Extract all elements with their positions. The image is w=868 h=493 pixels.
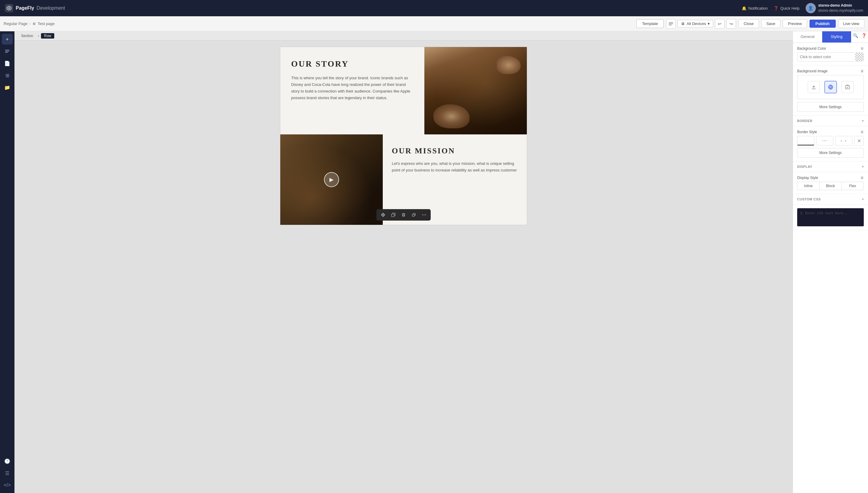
mission-video-column: ▶ [280,134,383,225]
float-copy-button[interactable] [389,211,397,219]
play-button[interactable]: ▶ [324,172,339,187]
breadcrumb-row-pill[interactable]: Row [41,33,54,39]
toolbar-right: Close Save Preview Publish Live view [738,19,864,28]
story-body: This is where you tell the story of your… [291,75,413,101]
bg-color-input-row[interactable] [797,52,864,62]
float-move-button[interactable] [379,211,387,219]
right-panel: General Styling 🔍 ❓ Background Color 🖥 B… [793,31,868,493]
tab-general[interactable]: General [793,31,822,42]
display-block-button[interactable]: Block [820,182,842,190]
border-section-title: BORDER [797,119,812,123]
main-area: ＋ 📄 ⊞ 📁 🕐 ☰ </> Section › Row [0,31,868,493]
float-duplicate-button[interactable] [410,211,418,219]
preview-button[interactable]: Preview [783,19,807,28]
border-style-section: Border Style 🖥 — ··· - - ✕ More Settings [793,126,868,162]
svg-rect-7 [5,52,8,53]
align-icon-button[interactable] [666,19,676,29]
canvas-breadcrumb-sep: › [38,34,39,38]
svg-rect-8 [391,214,394,217]
more-settings-border-button[interactable]: More Settings [797,148,864,157]
custom-css-section-header[interactable]: CUSTOM CSS ▾ [793,194,868,205]
display-flex-button[interactable]: Flex [842,182,864,190]
float-more-button[interactable] [420,211,428,219]
display-style-label-row: Display Style 🖥 [797,176,864,180]
device-icon-bg-image: 🖥 [860,69,864,73]
user-profile-area[interactable]: 👤 stores-demo Admin stores-demo.myshopif… [806,3,863,13]
background-color-section: Background Color 🖥 [793,43,868,65]
canvas-breadcrumb: Section › Row [15,31,793,41]
more-settings-bg-button[interactable]: More Settings [797,102,864,112]
monitor-icon: 🖥 [681,21,685,26]
sidebar-add-icon[interactable]: ＋ [2,34,13,45]
live-view-button[interactable]: Live view [838,19,864,28]
display-section-title: DISPLAY [797,165,812,168]
redo-button[interactable]: ↪ [726,19,736,29]
css-placeholder-text: Enter CSS text here... [805,211,849,215]
url-image-button[interactable] [825,81,837,93]
sidebar-apps-icon[interactable]: ⊞ [2,70,13,81]
notification-button[interactable]: 🔔 Notification [742,6,768,10]
publish-button[interactable]: Publish [809,20,836,28]
device-selector[interactable]: 🖥 All Devices ▾ [677,20,713,27]
sidebar-files-icon[interactable]: 📁 [2,82,13,93]
bg-image-label-row: Background Image 🖥 [797,69,864,73]
search-panel-button[interactable]: 🔍 [851,31,860,40]
story-title: OUR STORY [291,59,413,69]
app-env: Development [37,5,65,11]
breadcrumb-page[interactable]: Regular Page [4,21,28,26]
help-panel-button[interactable]: ❓ [860,31,868,40]
sidebar-list-icon[interactable]: ☰ [2,468,13,478]
sidebar-pages-icon[interactable]: 📄 [2,58,13,69]
sidebar-layers-icon[interactable] [2,46,13,57]
user-name: stores-demo Admin [818,3,863,8]
device-icon-bg-color: 🖥 [860,46,864,51]
border-none-button[interactable]: ✕ [854,136,864,146]
border-style-label: Border Style [797,130,817,134]
sidebar-code-icon[interactable]: </> [2,480,13,491]
mission-title: OUR MISSION [392,147,518,155]
upload-image-button[interactable] [808,81,820,93]
tab-styling[interactable]: Styling [822,31,851,42]
bg-image-label: Background Image [797,69,828,73]
border-dashed-button[interactable]: - - [835,136,852,146]
float-delete-button[interactable] [399,211,408,219]
bg-color-text-input[interactable] [798,53,855,61]
quick-help-button[interactable]: ❓ Quick Help [774,6,800,10]
undo-button[interactable]: ↩ [715,19,724,29]
border-section-header[interactable]: BORDER ▾ [793,116,868,126]
story-section: OUR STORY This is where you tell the sto… [280,47,527,134]
css-editor-section: 1 Enter CSS text here... [793,205,868,230]
display-chevron-icon: ▾ [862,165,864,169]
svg-rect-5 [5,50,9,50]
toolbar-center: 🖥 All Devices ▾ ↩ ↪ [666,19,736,29]
color-checker-pattern[interactable] [855,53,864,61]
mission-section: ▶ OUR MISSION Let's express who are you,… [280,134,527,225]
device-icon-border: 🖥 [860,130,864,134]
toolbar-bar: Regular Page › ⚙ Test page Template 🖥 Al… [0,16,868,31]
border-dotted-button[interactable]: ··· [816,136,833,146]
svg-rect-6 [5,51,9,51]
save-button[interactable]: Save [761,19,781,28]
sidebar-history-icon[interactable]: 🕐 [2,456,13,467]
template-button[interactable]: Template [636,19,664,28]
brand-logo-area: PageFly Development [5,4,738,12]
breadcrumb: Regular Page › ⚙ Test page [4,21,634,26]
browse-image-button[interactable] [842,81,853,93]
breadcrumb-section-pill[interactable]: Section [18,33,36,39]
svg-rect-14 [845,86,850,89]
border-style-label-row: Border Style 🖥 [797,130,864,134]
display-inline-button[interactable]: Inline [798,182,820,190]
css-line-1: 1 Enter CSS text here... [800,211,861,215]
nav-right-area: 🔔 Notification ❓ Quick Help 👤 stores-dem… [742,3,863,13]
css-editor[interactable]: 1 Enter CSS text here... [797,208,864,226]
chevron-down-icon: ▾ [708,21,710,26]
story-image-column [425,47,527,134]
breadcrumb-test-page[interactable]: Test page [38,21,55,26]
display-style-buttons: Inline Block Flex [797,182,864,190]
canvas-wrapper: Section › Row OUR STORY This is where yo… [15,31,793,493]
border-solid-button[interactable]: — [797,136,815,146]
close-button[interactable]: Close [738,19,759,28]
mission-video-overlay: ▶ [280,134,383,225]
display-section-header[interactable]: DISPLAY ▾ [793,162,868,172]
background-image-section: Background Image 🖥 [793,65,868,116]
